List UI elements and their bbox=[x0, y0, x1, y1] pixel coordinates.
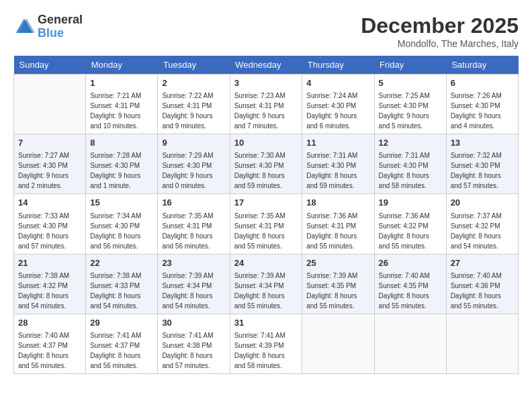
day-info: Sunrise: 7:31 AM Sunset: 4:30 PM Dayligh… bbox=[306, 150, 369, 191]
day-info: Sunrise: 7:39 AM Sunset: 4:34 PM Dayligh… bbox=[234, 271, 298, 311]
day-number: 24 bbox=[234, 257, 298, 269]
day-number: 12 bbox=[379, 137, 442, 149]
day-info: Sunrise: 7:33 AM Sunset: 4:30 PM Dayligh… bbox=[18, 211, 81, 251]
day-info: Sunrise: 7:21 AM Sunset: 4:31 PM Dayligh… bbox=[90, 91, 153, 131]
calendar-cell: 19Sunrise: 7:36 AM Sunset: 4:32 PM Dayli… bbox=[374, 194, 446, 254]
calendar-cell bbox=[14, 75, 86, 134]
weekday-header-row: SundayMondayTuesdayWednesdayThursdayFrid… bbox=[14, 56, 519, 75]
calendar-cell: 13Sunrise: 7:32 AM Sunset: 4:30 PM Dayli… bbox=[446, 134, 518, 194]
day-info: Sunrise: 7:31 AM Sunset: 4:30 PM Dayligh… bbox=[379, 150, 442, 191]
calendar-cell: 6Sunrise: 7:26 AM Sunset: 4:30 PM Daylig… bbox=[446, 75, 518, 134]
day-info: Sunrise: 7:26 AM Sunset: 4:30 PM Dayligh… bbox=[451, 91, 514, 131]
location: Mondolfo, The Marches, Italy bbox=[361, 38, 519, 49]
logo-icon bbox=[13, 16, 35, 38]
day-number: 8 bbox=[90, 137, 153, 149]
day-number: 25 bbox=[306, 257, 369, 269]
day-info: Sunrise: 7:35 AM Sunset: 4:31 PM Dayligh… bbox=[162, 211, 225, 251]
day-number: 22 bbox=[90, 257, 153, 269]
calendar-cell: 18Sunrise: 7:36 AM Sunset: 4:31 PM Dayli… bbox=[302, 194, 374, 254]
calendar-week-row: 28Sunrise: 7:40 AM Sunset: 4:37 PM Dayli… bbox=[14, 314, 519, 373]
calendar-cell: 23Sunrise: 7:39 AM Sunset: 4:34 PM Dayli… bbox=[158, 254, 230, 314]
day-number: 16 bbox=[162, 197, 225, 209]
day-info: Sunrise: 7:25 AM Sunset: 4:30 PM Dayligh… bbox=[379, 91, 442, 131]
calendar-cell: 20Sunrise: 7:37 AM Sunset: 4:32 PM Dayli… bbox=[446, 194, 518, 254]
calendar-cell: 12Sunrise: 7:31 AM Sunset: 4:30 PM Dayli… bbox=[374, 134, 446, 194]
calendar-cell bbox=[302, 314, 374, 373]
day-number: 2 bbox=[162, 77, 225, 89]
calendar-cell: 1Sunrise: 7:21 AM Sunset: 4:31 PM Daylig… bbox=[86, 75, 158, 134]
calendar-cell: 24Sunrise: 7:39 AM Sunset: 4:34 PM Dayli… bbox=[230, 254, 302, 314]
calendar-cell: 14Sunrise: 7:33 AM Sunset: 4:30 PM Dayli… bbox=[14, 194, 86, 254]
calendar-cell: 3Sunrise: 7:23 AM Sunset: 4:31 PM Daylig… bbox=[230, 75, 302, 134]
day-info: Sunrise: 7:27 AM Sunset: 4:30 PM Dayligh… bbox=[18, 150, 81, 191]
day-number: 13 bbox=[451, 137, 514, 149]
weekday-header-wednesday: Wednesday bbox=[230, 56, 302, 75]
weekday-header-thursday: Thursday bbox=[302, 56, 374, 75]
day-number: 18 bbox=[306, 197, 369, 209]
day-number: 17 bbox=[234, 197, 298, 209]
day-info: Sunrise: 7:40 AM Sunset: 4:37 PM Dayligh… bbox=[18, 330, 81, 371]
weekday-header-monday: Monday bbox=[86, 56, 158, 75]
logo-text: General Blue bbox=[38, 13, 83, 40]
day-number: 7 bbox=[18, 137, 81, 149]
calendar-cell: 8Sunrise: 7:28 AM Sunset: 4:30 PM Daylig… bbox=[86, 134, 158, 194]
logo-line2: Blue bbox=[38, 27, 83, 40]
calendar-cell: 2Sunrise: 7:22 AM Sunset: 4:31 PM Daylig… bbox=[158, 75, 230, 134]
logo: General Blue bbox=[13, 13, 83, 40]
day-info: Sunrise: 7:38 AM Sunset: 4:33 PM Dayligh… bbox=[90, 271, 153, 311]
day-info: Sunrise: 7:28 AM Sunset: 4:30 PM Dayligh… bbox=[90, 150, 153, 191]
day-info: Sunrise: 7:29 AM Sunset: 4:30 PM Dayligh… bbox=[162, 150, 225, 191]
day-number: 23 bbox=[162, 257, 225, 269]
day-info: Sunrise: 7:22 AM Sunset: 4:31 PM Dayligh… bbox=[162, 91, 225, 131]
calendar-cell: 27Sunrise: 7:40 AM Sunset: 4:36 PM Dayli… bbox=[446, 254, 518, 314]
logo-line1: General bbox=[38, 13, 83, 27]
day-info: Sunrise: 7:35 AM Sunset: 4:31 PM Dayligh… bbox=[234, 211, 298, 251]
day-number: 14 bbox=[18, 197, 81, 209]
calendar-cell: 21Sunrise: 7:38 AM Sunset: 4:32 PM Dayli… bbox=[14, 254, 86, 314]
page-header: General Blue December 2025 Mondolfo, The… bbox=[13, 13, 519, 49]
day-number: 20 bbox=[451, 197, 514, 209]
day-number: 28 bbox=[18, 317, 81, 329]
day-info: Sunrise: 7:38 AM Sunset: 4:32 PM Dayligh… bbox=[18, 271, 81, 311]
calendar-cell: 30Sunrise: 7:41 AM Sunset: 4:38 PM Dayli… bbox=[158, 314, 230, 373]
calendar-cell: 4Sunrise: 7:24 AM Sunset: 4:30 PM Daylig… bbox=[302, 75, 374, 134]
calendar-cell: 29Sunrise: 7:41 AM Sunset: 4:37 PM Dayli… bbox=[86, 314, 158, 373]
day-number: 26 bbox=[379, 257, 442, 269]
day-info: Sunrise: 7:39 AM Sunset: 4:34 PM Dayligh… bbox=[162, 271, 225, 311]
day-number: 31 bbox=[234, 317, 298, 329]
day-info: Sunrise: 7:23 AM Sunset: 4:31 PM Dayligh… bbox=[234, 91, 298, 131]
day-number: 1 bbox=[90, 77, 153, 89]
day-info: Sunrise: 7:30 AM Sunset: 4:30 PM Dayligh… bbox=[234, 150, 298, 191]
calendar-cell: 9Sunrise: 7:29 AM Sunset: 4:30 PM Daylig… bbox=[158, 134, 230, 194]
day-number: 21 bbox=[18, 257, 81, 269]
calendar-cell: 31Sunrise: 7:41 AM Sunset: 4:39 PM Dayli… bbox=[230, 314, 302, 373]
day-number: 4 bbox=[306, 77, 369, 89]
day-info: Sunrise: 7:24 AM Sunset: 4:30 PM Dayligh… bbox=[306, 91, 369, 131]
calendar-cell: 7Sunrise: 7:27 AM Sunset: 4:30 PM Daylig… bbox=[14, 134, 86, 194]
calendar-cell: 17Sunrise: 7:35 AM Sunset: 4:31 PM Dayli… bbox=[230, 194, 302, 254]
calendar-table: SundayMondayTuesdayWednesdayThursdayFrid… bbox=[13, 56, 519, 374]
calendar-cell: 28Sunrise: 7:40 AM Sunset: 4:37 PM Dayli… bbox=[14, 314, 86, 373]
calendar-cell: 16Sunrise: 7:35 AM Sunset: 4:31 PM Dayli… bbox=[158, 194, 230, 254]
calendar-cell: 22Sunrise: 7:38 AM Sunset: 4:33 PM Dayli… bbox=[86, 254, 158, 314]
calendar-cell bbox=[446, 314, 518, 373]
day-number: 27 bbox=[451, 257, 514, 269]
day-number: 3 bbox=[234, 77, 298, 89]
month-title: December 2025 bbox=[361, 13, 519, 38]
weekday-header-sunday: Sunday bbox=[14, 56, 86, 75]
day-number: 30 bbox=[162, 317, 225, 329]
day-info: Sunrise: 7:32 AM Sunset: 4:30 PM Dayligh… bbox=[451, 150, 514, 191]
calendar-cell: 10Sunrise: 7:30 AM Sunset: 4:30 PM Dayli… bbox=[230, 134, 302, 194]
day-number: 5 bbox=[379, 77, 442, 89]
day-info: Sunrise: 7:36 AM Sunset: 4:32 PM Dayligh… bbox=[379, 211, 442, 251]
day-number: 11 bbox=[306, 137, 369, 149]
day-info: Sunrise: 7:41 AM Sunset: 4:39 PM Dayligh… bbox=[234, 330, 298, 371]
weekday-header-friday: Friday bbox=[374, 56, 446, 75]
day-info: Sunrise: 7:41 AM Sunset: 4:37 PM Dayligh… bbox=[90, 330, 153, 371]
day-info: Sunrise: 7:41 AM Sunset: 4:38 PM Dayligh… bbox=[162, 330, 225, 371]
calendar-cell bbox=[374, 314, 446, 373]
day-info: Sunrise: 7:40 AM Sunset: 4:36 PM Dayligh… bbox=[451, 271, 514, 311]
calendar-cell: 25Sunrise: 7:39 AM Sunset: 4:35 PM Dayli… bbox=[302, 254, 374, 314]
day-number: 10 bbox=[234, 137, 298, 149]
day-info: Sunrise: 7:37 AM Sunset: 4:32 PM Dayligh… bbox=[451, 211, 514, 251]
